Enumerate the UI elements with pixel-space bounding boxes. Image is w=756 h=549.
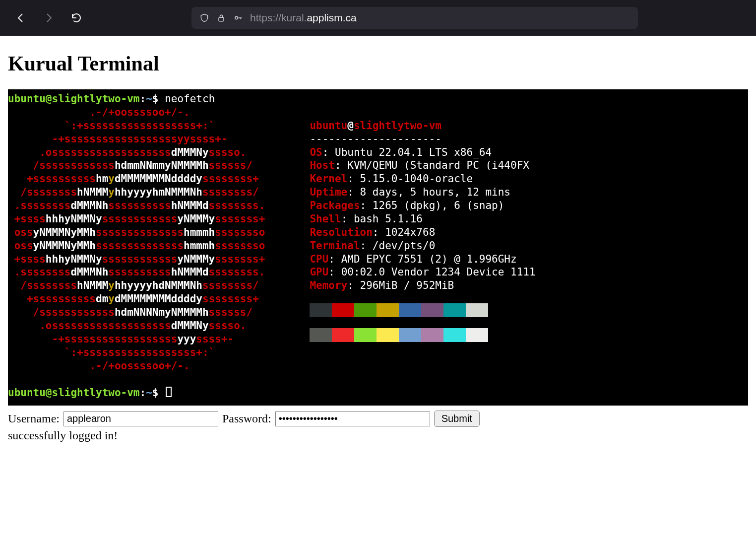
color-swatch (310, 303, 332, 317)
color-swatch (332, 303, 354, 317)
info-host: Host: KVM/QEMU (Standard PC (i440FX (310, 159, 529, 171)
prompt-dollar: $ (152, 387, 165, 399)
prompt-user: ubuntu@slightlytwo-vm (8, 387, 140, 399)
color-swatch (310, 328, 332, 342)
info-gpu: GPU: 00:02.0 Vendor 1234 Device 1111 (310, 266, 535, 278)
prompt-colon: : (140, 93, 146, 105)
color-swatch (354, 303, 377, 317)
key-icon (233, 13, 243, 23)
info-shell: Shell: bash 5.1.16 (310, 213, 423, 225)
prompt-command: neofetch (165, 93, 215, 105)
arrow-right-icon (43, 12, 55, 24)
color-swatch (354, 328, 377, 342)
info-packages: Packages: 1265 (dpkg), 6 (snap) (310, 200, 504, 211)
color-swatch (466, 328, 488, 342)
color-swatches-row-1 (310, 303, 535, 317)
back-button[interactable] (9, 6, 33, 30)
arrow-left-icon (15, 12, 27, 24)
prompt-dollar: $ (152, 93, 165, 105)
cursor (166, 387, 172, 397)
info-cpu: CPU: AMD EPYC 7551 (2) @ 1.996GHz (310, 253, 516, 265)
url-bar[interactable]: https://kural.applism.ca (191, 7, 638, 29)
color-swatch (377, 303, 399, 317)
svg-rect-0 (219, 17, 224, 21)
info-memory: Memory: 296MiB / 952MiB (310, 279, 454, 291)
color-swatch (377, 328, 399, 342)
username-input[interactable] (63, 412, 218, 426)
lock-icon (216, 13, 226, 23)
info-kernel: Kernel: 5.15.0-1040-oracle (310, 173, 473, 185)
neofetch-separator: --------------------- (310, 133, 441, 145)
info-os: OS: Ubuntu 22.04.1 LTS x86_64 (310, 146, 492, 158)
color-swatch (421, 328, 443, 342)
neofetch-info: ubuntu@slightlytwo-vm ------------------… (310, 106, 535, 342)
username-label: Username: (8, 412, 60, 425)
color-swatch (443, 328, 466, 342)
forward-button[interactable] (37, 6, 61, 30)
login-form: Username: Password: Submit (8, 411, 748, 427)
color-swatch (443, 303, 466, 317)
prompt-user: ubuntu@slightlytwo-vm (8, 93, 140, 105)
info-resolution: Resolution: 1024x768 (310, 226, 435, 238)
login-status: successfully logged in! (8, 429, 748, 442)
info-uptime: Uptime: 8 days, 5 hours, 12 mins (310, 186, 510, 198)
ascii-logo: .-/+oossssoo+/-. `:+ssssssssssssssssss+:… (8, 106, 265, 373)
url-text: https://kural.applism.ca (250, 12, 357, 24)
prompt-path: ~ (146, 387, 152, 399)
color-swatch (466, 303, 488, 317)
prompt-path: ~ (146, 93, 152, 105)
neofetch-output: .-/+oossssoo+/-. `:+ssssssssssssssssss+:… (8, 106, 748, 373)
reload-button[interactable] (64, 6, 88, 30)
page-content: Kurual Terminal ubuntu@slightlytwo-vm:~$… (0, 36, 756, 453)
prompt-colon: : (140, 387, 146, 399)
password-input[interactable] (275, 412, 430, 426)
reload-icon (70, 12, 82, 24)
browser-toolbar: https://kural.applism.ca (0, 0, 756, 36)
color-swatch (421, 303, 443, 317)
password-label: Password: (222, 412, 271, 425)
info-terminal: Terminal: /dev/pts/0 (310, 240, 435, 252)
color-swatch (399, 328, 421, 342)
svg-point-1 (235, 16, 238, 19)
shield-icon (199, 13, 209, 23)
color-swatch (332, 328, 354, 342)
color-swatch (399, 303, 421, 317)
submit-button[interactable]: Submit (434, 411, 480, 427)
neofetch-title: ubuntu@slightlytwo-vm (310, 120, 441, 132)
terminal[interactable]: ubuntu@slightlytwo-vm:~$ neofetch .-/+oo… (8, 89, 748, 406)
page-title: Kurual Terminal (8, 52, 748, 75)
color-swatches-row-2 (310, 328, 535, 342)
